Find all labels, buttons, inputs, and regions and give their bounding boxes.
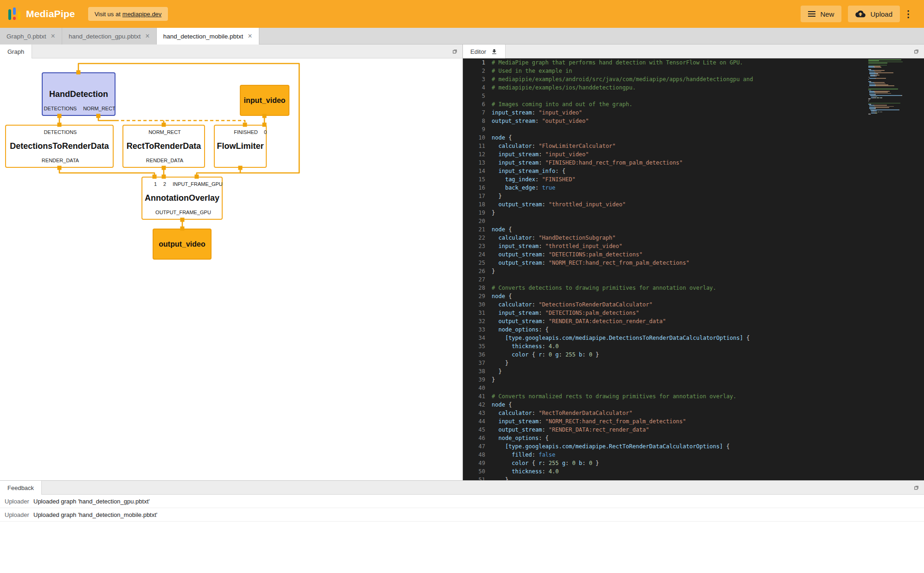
code-line-41[interactable]: # Converts normalized rects to drawing p… — [492, 392, 864, 401]
tab-feedback[interactable]: Feedback — [0, 481, 42, 495]
expand-editor-panel-icon[interactable] — [912, 48, 920, 56]
line-number: 7 — [463, 108, 485, 117]
new-button[interactable]: New — [801, 6, 841, 22]
code-line-8[interactable]: output_stream: "output_video" — [492, 117, 864, 125]
code-line-17[interactable]: } — [492, 192, 864, 200]
graph-node-HandDetection[interactable]: HandDetectionDETECTIONSNORM_RECT — [42, 72, 116, 116]
code-line-14[interactable]: input_stream_info: { — [492, 167, 864, 175]
feedback-source: Uploader — [5, 498, 33, 505]
editor-minimap[interactable] — [868, 59, 917, 115]
code-line-34[interactable]: [type.googleapis.com/mediapipe.Detection… — [492, 334, 864, 342]
code-line-46[interactable]: node_options: { — [492, 434, 864, 442]
code-line-28[interactable]: # Converts detections to drawing primiti… — [492, 284, 864, 292]
tab-close-icon[interactable]: × — [51, 32, 55, 40]
line-number: 30 — [463, 300, 485, 309]
expand-feedback-panel-icon[interactable] — [912, 484, 920, 492]
graph-node-input_video[interactable]: input_video — [240, 85, 289, 116]
code-line-27[interactable] — [492, 275, 864, 284]
code-line-13[interactable]: input_stream: "FINISHED:hand_rect_from_p… — [492, 159, 864, 167]
code-line-3[interactable]: # mediapipie/examples/android/src/java/c… — [492, 75, 864, 83]
code-line-44[interactable]: input_stream: "NORM_RECT:hand_rect_from_… — [492, 417, 864, 426]
code-line-30[interactable]: calculator: "DetectionsToRenderDataCalcu… — [492, 300, 864, 309]
tab-close-icon[interactable]: × — [248, 32, 252, 40]
line-number: 50 — [463, 467, 485, 476]
graph-node-FlowLimiter[interactable]: FlowLimiterFINISHED0 — [214, 125, 267, 168]
graph-node-AnnotationOverlay[interactable]: AnnotationOverlay12INPUT_FRAME_GPUOUTPUT… — [141, 177, 223, 220]
expand-graph-panel-icon[interactable] — [451, 48, 459, 56]
code-line-39[interactable]: } — [492, 376, 864, 384]
code-line-45[interactable]: output_stream: "RENDER_DATA:rect_render_… — [492, 426, 864, 434]
code-line-5[interactable] — [492, 92, 864, 100]
code-line-9[interactable] — [492, 125, 864, 134]
cloud-upload-icon — [855, 10, 866, 18]
graph-node-title: FlowLimiter — [217, 141, 263, 151]
code-line-6[interactable]: # Images coming into and out of the grap… — [492, 100, 864, 108]
code-line-10[interactable]: node { — [492, 134, 864, 142]
code-line-25[interactable]: output_stream: "NORM_RECT:hand_rect_from… — [492, 259, 864, 267]
code-editor[interactable]: 1234567891011121314151617181920212223242… — [463, 58, 924, 480]
upload-button[interactable]: Upload — [848, 6, 900, 22]
code-line-4[interactable]: # mediapipie/examples/ios/handdetectiong… — [492, 83, 864, 92]
code-line-1[interactable]: # MediaPipe graph that performs hand det… — [492, 58, 864, 67]
line-number: 19 — [463, 209, 485, 217]
line-number: 36 — [463, 350, 485, 359]
code-line-22[interactable]: calculator: "HandDetectionSubgraph" — [492, 234, 864, 242]
code-line-18[interactable]: output_stream: "throttled_input_video" — [492, 200, 864, 209]
code-line-51[interactable]: } — [492, 476, 864, 480]
code-line-33[interactable]: node_options: { — [492, 325, 864, 334]
upload-button-label: Upload — [870, 10, 892, 18]
line-number: 28 — [463, 284, 485, 292]
code-line-31[interactable]: input_stream: "DETECTIONS:palm_detection… — [492, 309, 864, 317]
graph-node-output_video[interactable]: output_video — [153, 229, 212, 260]
kebab-menu-icon[interactable]: ⋮ — [901, 7, 916, 20]
code-line-48[interactable]: filled: false — [492, 451, 864, 459]
code-line-29[interactable]: node { — [492, 292, 864, 300]
graph-panel-strip: Graph — [0, 45, 462, 58]
file-tab-Graph_0.pbtxt[interactable]: Graph_0.pbtxt× — [0, 28, 62, 45]
code-line-21[interactable]: node { — [492, 225, 864, 234]
code-line-24[interactable]: output_stream: "DETECTIONS:palm_detectio… — [492, 250, 864, 259]
code-line-2[interactable]: # Used in the example in — [492, 67, 864, 75]
tab-editor[interactable]: Editor — [463, 45, 506, 58]
graph-node-title: AnnotationOverlay — [145, 193, 219, 203]
code-line-42[interactable]: node { — [492, 401, 864, 409]
port-label-DETECTIONS: DETECTIONS — [44, 129, 77, 135]
line-number: 34 — [463, 334, 485, 342]
code-line-20[interactable] — [492, 217, 864, 225]
graph-node-title: input_video — [244, 96, 286, 105]
graph-node-RectToRenderData[interactable]: RectToRenderDataNORM_RECTRENDER_DATA — [122, 125, 205, 168]
code-line-32[interactable]: output_stream: "RENDER_DATA:detection_re… — [492, 317, 864, 325]
feedback-row: UploaderUploaded graph 'hand_detection_m… — [0, 508, 924, 522]
feedback-source: Uploader — [5, 511, 33, 518]
file-tab-hand_detection_gpu.pbtxt[interactable]: hand_detection_gpu.pbtxt× — [62, 28, 157, 45]
code-line-50[interactable]: thickness: 4.0 — [492, 467, 864, 476]
line-number: 38 — [463, 367, 485, 376]
code-line-40[interactable] — [492, 384, 864, 392]
code-line-38[interactable]: } — [492, 367, 864, 376]
code-line-36[interactable]: color { r: 0 g: 255 b: 0 } — [492, 350, 864, 359]
visit-link[interactable]: mediapipe.dev — [122, 11, 162, 18]
code-line-16[interactable]: back_edge: true — [492, 184, 864, 192]
code-line-43[interactable]: calculator: "RectToRenderDataCalculator" — [492, 409, 864, 417]
code-line-11[interactable]: calculator: "FlowLimiterCalculator" — [492, 142, 864, 150]
line-number: 3 — [463, 75, 485, 83]
visit-text: Visit us at — [95, 11, 121, 18]
tab-close-icon[interactable]: × — [145, 32, 149, 40]
tab-graph[interactable]: Graph — [0, 45, 32, 58]
code-line-12[interactable]: input_stream: "input_video" — [492, 150, 864, 159]
code-line-35[interactable]: thickness: 4.0 — [492, 342, 864, 350]
file-tab-hand_detection_mobile.pbtxt[interactable]: hand_detection_mobile.pbtxt× — [157, 28, 259, 45]
code-line-47[interactable]: [type.googleapis.com/mediapipe.RectToRen… — [492, 442, 864, 451]
code-line-26[interactable]: } — [492, 267, 864, 275]
code-line-19[interactable]: } — [492, 209, 864, 217]
graph-node-DetectionsToRenderData[interactable]: DetectionsToRenderDataDETECTIONSRENDER_D… — [5, 125, 114, 168]
code-line-49[interactable]: color { r: 255 g: 0 b: 0 } — [492, 459, 864, 467]
code-line-7[interactable]: input_stream: "input_video" — [492, 108, 864, 117]
code-line-37[interactable]: } — [492, 359, 864, 367]
download-icon[interactable] — [491, 48, 498, 55]
line-number: 47 — [463, 442, 485, 451]
line-number: 4 — [463, 83, 485, 92]
line-number: 27 — [463, 275, 485, 284]
code-line-15[interactable]: tag_index: "FINISHED" — [492, 175, 864, 184]
code-line-23[interactable]: input_stream: "throttled_input_video" — [492, 242, 864, 250]
